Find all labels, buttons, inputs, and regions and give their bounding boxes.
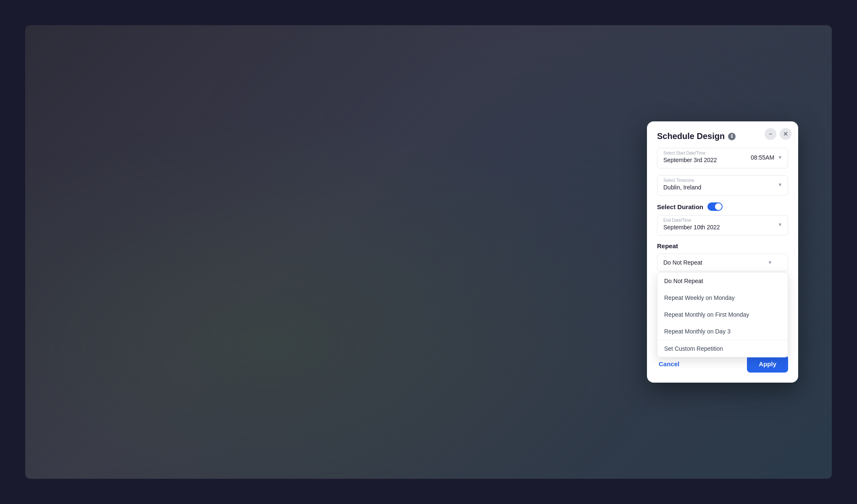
repeat-select[interactable]: Do Not Repeat ▼ xyxy=(657,254,788,271)
dialog-title: Schedule Design xyxy=(657,131,725,141)
repeat-chevron: ▼ xyxy=(768,260,773,265)
start-date-value: September 3rd 2022 xyxy=(663,157,717,163)
repeat-dropdown-container: Do Not Repeat ▼ Do Not Repeat Repeat Wee… xyxy=(657,254,788,271)
duration-label: Select Duration xyxy=(657,203,703,210)
repeat-label: Repeat xyxy=(657,242,788,249)
apply-button[interactable]: Apply xyxy=(747,355,788,373)
screen-background: − ✕ Schedule Design ℹ Select Start Date/… xyxy=(25,25,832,479)
repeat-option-no-repeat[interactable]: Do Not Repeat xyxy=(657,273,788,289)
start-datetime-label: Select Start Date/Time xyxy=(663,151,717,155)
title-row: Schedule Design ℹ xyxy=(657,131,736,141)
dialog-body: Select Start Date/Time September 3rd 202… xyxy=(647,148,798,271)
repeat-option-custom[interactable]: Set Custom Repetition xyxy=(657,340,788,357)
close-button[interactable]: ✕ xyxy=(780,128,791,140)
repeat-selected-value: Do Not Repeat xyxy=(663,259,702,266)
end-datetime-label: End Date/Time xyxy=(663,218,720,223)
timezone-label: Select Timezone xyxy=(663,178,701,183)
duration-row: Select Duration xyxy=(657,202,788,211)
info-icon[interactable]: ℹ xyxy=(728,133,736,140)
schedule-design-dialog: − ✕ Schedule Design ℹ Select Start Date/… xyxy=(647,121,798,383)
minimize-button[interactable]: − xyxy=(765,128,776,140)
start-datetime-field[interactable]: Select Start Date/Time September 3rd 202… xyxy=(657,148,788,168)
timezone-wrapper: Select Timezone Dublin, Ireland ▼ xyxy=(657,175,788,196)
timezone-value: Dublin, Ireland xyxy=(663,184,701,191)
repeat-dropdown-menu: Do Not Repeat Repeat Weekly on Monday Re… xyxy=(657,272,788,357)
start-datetime-group: Select Start Date/Time September 3rd 202… xyxy=(657,148,788,168)
repeat-option-weekly-monday[interactable]: Repeat Weekly on Monday xyxy=(657,289,788,306)
end-datetime-field[interactable]: End Date/Time September 10th 2022 ▼ xyxy=(657,215,788,236)
timezone-group: Select Timezone Dublin, Ireland ▼ xyxy=(657,175,788,196)
repeat-option-monthly-first-monday[interactable]: Repeat Monthly on First Monday xyxy=(657,306,788,323)
end-date-value: September 10th 2022 xyxy=(663,224,720,231)
end-datetime-group: End Date/Time September 10th 2022 ▼ xyxy=(657,215,788,236)
duration-toggle[interactable] xyxy=(707,202,723,211)
repeat-group: Repeat Do Not Repeat ▼ Do Not Repeat Rep… xyxy=(657,242,788,271)
start-datetime-chevron: ▼ xyxy=(778,155,783,160)
start-time-value: 08:55AM xyxy=(751,154,774,161)
window-controls: − ✕ xyxy=(765,128,791,140)
timezone-field[interactable]: Select Timezone Dublin, Ireland ▼ xyxy=(657,175,788,196)
timezone-chevron: ▼ xyxy=(778,182,783,188)
cancel-button[interactable]: Cancel xyxy=(657,357,681,371)
repeat-option-monthly-day-3[interactable]: Repeat Monthly on Day 3 xyxy=(657,323,788,340)
end-datetime-chevron: ▼ xyxy=(778,222,783,228)
